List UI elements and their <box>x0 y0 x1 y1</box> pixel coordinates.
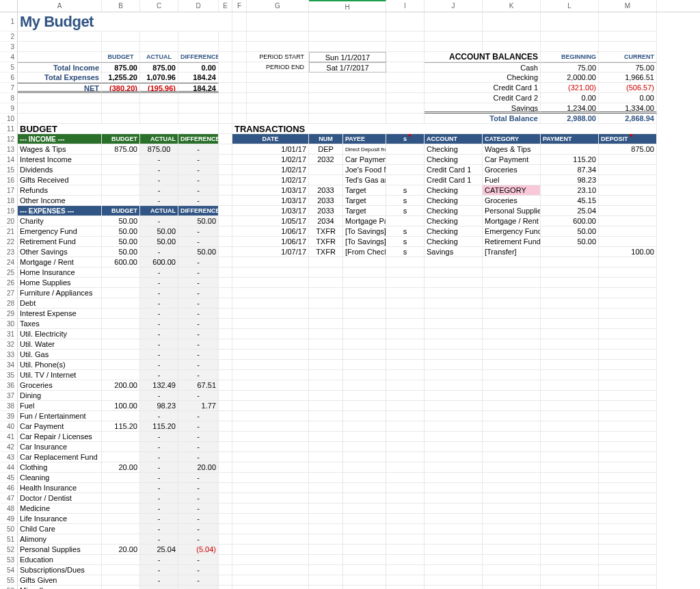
tx-cell[interactable] <box>232 534 309 545</box>
tx-payee[interactable]: Car Payment <box>343 155 386 165</box>
tx-cell[interactable] <box>386 421 425 432</box>
tx-cell[interactable] <box>599 370 657 380</box>
cell[interactable] <box>219 12 232 31</box>
tx-cell[interactable] <box>232 421 309 432</box>
tx-cell[interactable] <box>483 329 541 339</box>
tx-category[interactable]: Emergency Fund <box>483 226 541 237</box>
tx-cell[interactable] <box>309 391 343 401</box>
income-budget[interactable] <box>102 175 140 185</box>
expense-budget[interactable]: 20.00 <box>102 462 140 473</box>
expense-diff[interactable]: - <box>178 524 219 534</box>
expense-actual[interactable]: - <box>140 247 178 257</box>
tx-cell[interactable] <box>425 452 483 462</box>
col-header-C[interactable]: C <box>140 0 178 12</box>
cell[interactable] <box>219 298 232 309</box>
cell[interactable] <box>219 575 232 586</box>
income-diff[interactable]: - <box>178 165 219 175</box>
cell[interactable] <box>219 391 232 401</box>
cell[interactable] <box>219 370 232 380</box>
expense-actual[interactable]: - <box>140 555 178 565</box>
expense-budget[interactable] <box>102 432 140 442</box>
cell[interactable] <box>140 42 178 52</box>
tx-cell[interactable] <box>425 575 483 586</box>
tx-cell[interactable] <box>599 586 657 589</box>
tx-cell[interactable] <box>425 411 483 421</box>
tx-cell[interactable] <box>343 267 386 278</box>
tx-cell[interactable] <box>386 370 425 380</box>
cell[interactable] <box>102 42 140 52</box>
tx-cell[interactable] <box>386 257 425 267</box>
tx-cell[interactable] <box>599 483 657 493</box>
cell[interactable] <box>219 483 232 493</box>
cell[interactable] <box>247 114 309 124</box>
col-header-A[interactable]: A <box>18 0 102 12</box>
cell[interactable] <box>309 31 386 42</box>
expense-budget[interactable] <box>102 514 140 524</box>
tx-cell[interactable] <box>386 545 425 555</box>
tx-account[interactable]: Checking <box>425 155 483 165</box>
tx-cell[interactable] <box>425 329 483 339</box>
cell[interactable] <box>219 421 232 432</box>
expense-budget[interactable] <box>102 534 140 545</box>
tx-cell[interactable] <box>309 288 343 298</box>
row-header[interactable]: 18 <box>0 196 18 206</box>
tx-cell[interactable] <box>541 586 599 589</box>
tx-cell[interactable] <box>386 524 425 534</box>
expense-diff[interactable]: - <box>178 226 219 237</box>
tx-cell[interactable] <box>343 278 386 288</box>
tx-cell[interactable] <box>386 278 425 288</box>
row-header[interactable]: 28 <box>0 298 18 309</box>
tx-cell[interactable] <box>232 288 309 298</box>
tx-category[interactable]: CATEGORY <box>483 185 541 196</box>
tx-payment[interactable] <box>541 247 599 257</box>
cell[interactable] <box>219 185 232 196</box>
row-header[interactable]: 38 <box>0 401 18 411</box>
tx-category[interactable]: Groceries <box>483 196 541 206</box>
expense-actual[interactable]: 98.23 <box>140 401 178 411</box>
tx-category[interactable]: Personal Supplies <box>483 206 541 216</box>
row-header[interactable]: 52 <box>0 545 18 555</box>
cell[interactable] <box>599 31 657 42</box>
tx-cell[interactable] <box>309 309 343 319</box>
tx-cell[interactable] <box>232 575 309 586</box>
tx-cell[interactable] <box>425 370 483 380</box>
tx-cell[interactable] <box>232 473 309 483</box>
tx-cell[interactable] <box>425 462 483 473</box>
expense-actual[interactable]: - <box>140 575 178 586</box>
expense-name[interactable]: Car Insurance <box>18 442 102 452</box>
cell[interactable] <box>178 42 219 52</box>
tx-cell[interactable] <box>309 298 343 309</box>
expense-actual[interactable]: - <box>140 432 178 442</box>
tx-cell[interactable] <box>343 514 386 524</box>
expense-name[interactable]: Util. Phone(s) <box>18 360 102 370</box>
tx-cell[interactable] <box>599 452 657 462</box>
tx-cell[interactable] <box>483 514 541 524</box>
cell[interactable] <box>219 52 232 62</box>
tx-cell[interactable] <box>386 360 425 370</box>
expense-budget[interactable] <box>102 319 140 329</box>
expense-actual[interactable]: - <box>140 278 178 288</box>
tx-cell[interactable] <box>343 350 386 360</box>
expense-actual[interactable]: - <box>140 267 178 278</box>
tx-cell[interactable] <box>232 319 309 329</box>
tx-payee[interactable]: Target <box>343 206 386 216</box>
expense-diff[interactable]: - <box>178 339 219 350</box>
cell[interactable] <box>425 12 483 31</box>
tx-account[interactable]: Checking <box>425 206 483 216</box>
tx-cell[interactable] <box>599 555 657 565</box>
tx-cell[interactable] <box>232 329 309 339</box>
row-header[interactable]: 47 <box>0 493 18 503</box>
expense-diff[interactable]: - <box>178 411 219 421</box>
tx-cell[interactable] <box>483 575 541 586</box>
cell[interactable] <box>178 103 219 114</box>
expense-budget[interactable] <box>102 298 140 309</box>
row-header[interactable]: 29 <box>0 309 18 319</box>
tx-cell[interactable] <box>232 370 309 380</box>
tx-cell[interactable] <box>425 309 483 319</box>
cell[interactable] <box>232 103 247 114</box>
tx-cell[interactable] <box>343 545 386 555</box>
tx-cell[interactable] <box>483 360 541 370</box>
tx-cell[interactable] <box>232 462 309 473</box>
tx-split[interactable]: s <box>386 185 425 196</box>
expense-diff[interactable]: - <box>178 534 219 545</box>
